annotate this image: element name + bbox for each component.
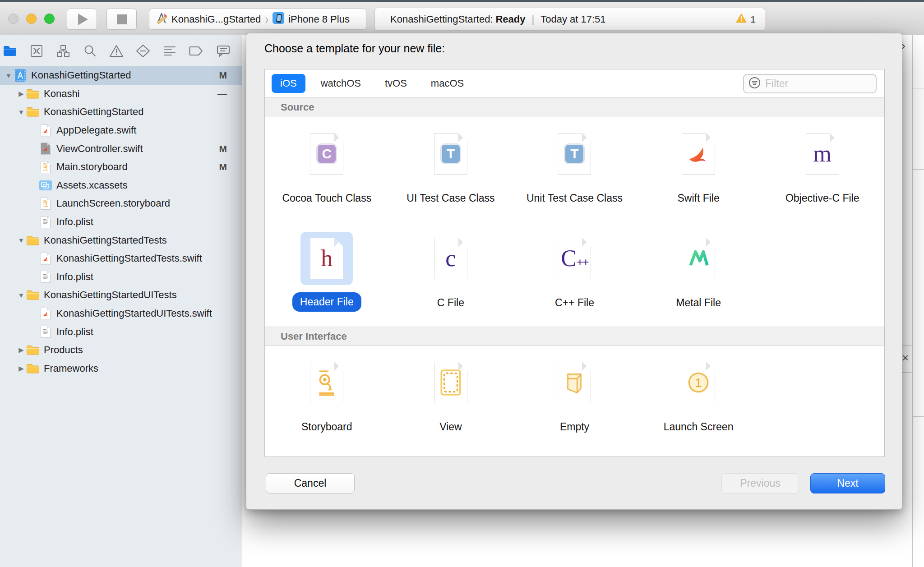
disclosure-triangle-icon[interactable]: ▶ bbox=[16, 346, 26, 354]
dialog-title: Choose a template for your new file: bbox=[264, 42, 445, 55]
tree-row-label: Konashi bbox=[44, 88, 80, 100]
template-item-cpp-file[interactable]: C++C++ File bbox=[513, 222, 637, 327]
tree-row[interactable]: ▼KonashiGettingStarted bbox=[0, 103, 242, 121]
tree-row[interactable]: KonashiGettingStartedTests.swift bbox=[0, 249, 242, 268]
divider-line bbox=[913, 88, 924, 88]
debug-navigator-icon[interactable] bbox=[162, 43, 177, 59]
template-item-c-file[interactable]: cC File bbox=[389, 222, 513, 327]
template-item-swift-file[interactable]: Swift File bbox=[637, 117, 761, 222]
template-item-objective-c-file[interactable]: mObjective-C File bbox=[760, 117, 884, 222]
template-item-cocoa-touch-class[interactable]: CCocoa Touch Class bbox=[265, 117, 389, 222]
tree-row-label: KonashiGettingStartedUITests.swift bbox=[56, 308, 212, 319]
new-file-template-dialog: Choose a template for your new file: iOS… bbox=[246, 33, 902, 510]
tree-row[interactable]: ▼KonashiGettingStartedTests bbox=[0, 231, 242, 249]
filter-icon bbox=[748, 77, 761, 91]
tree-row[interactable]: Info.plist bbox=[0, 213, 242, 231]
previous-button[interactable]: Previous bbox=[721, 473, 799, 493]
run-button[interactable] bbox=[67, 9, 97, 30]
template-item-launch-screen-template[interactable]: 1Launch Screen bbox=[637, 346, 761, 456]
zoom-window-button[interactable] bbox=[44, 14, 55, 24]
tab-watchos[interactable]: watchOS bbox=[312, 74, 370, 93]
report-navigator-icon[interactable] bbox=[216, 43, 231, 59]
tree-row[interactable]: ▶Products bbox=[0, 341, 242, 360]
disclosure-triangle-icon[interactable]: ▼ bbox=[16, 108, 26, 116]
tree-row-label: Main.storyboard bbox=[56, 161, 128, 173]
tree-row-label: KonashiGettingStarted bbox=[44, 106, 143, 118]
disclosure-triangle-icon[interactable]: ▼ bbox=[16, 291, 26, 299]
objective-c-file-icon: m bbox=[796, 127, 849, 180]
tree-row-label: KonashiGettingStartedTests bbox=[44, 235, 167, 246]
source-control-badge: M bbox=[219, 143, 227, 154]
tree-row[interactable]: LaunchScreen.storyboard bbox=[0, 194, 242, 213]
test-navigator-icon[interactable] bbox=[135, 43, 150, 59]
tree-row[interactable]: ▼KonashiGettingStartedM bbox=[0, 66, 242, 85]
source-control-navigator-icon[interactable] bbox=[29, 43, 44, 59]
template-item-label: Metal File bbox=[676, 295, 721, 311]
project-navigator-icon[interactable] bbox=[3, 43, 18, 59]
template-item-header-file[interactable]: hHeader File bbox=[265, 222, 389, 327]
divider-line bbox=[913, 416, 924, 417]
tree-row[interactable]: Assets.xcassets bbox=[0, 176, 242, 195]
warning-count[interactable]: 1 bbox=[750, 14, 756, 25]
tree-row[interactable]: KonashiGettingStartedUITests.swift bbox=[0, 304, 242, 323]
tree-row-label: Products bbox=[44, 344, 83, 356]
disclosure-triangle-icon[interactable]: ▶ bbox=[16, 364, 26, 373]
filter-field[interactable] bbox=[743, 74, 877, 93]
section-header: Source bbox=[265, 98, 884, 117]
activity-status-bar[interactable]: KonashiGettingStarted: Ready | Today at … bbox=[374, 8, 765, 31]
filter-input[interactable] bbox=[765, 78, 871, 90]
tree-row[interactable]: Main.storyboardM bbox=[0, 158, 242, 176]
next-button[interactable]: Next bbox=[810, 473, 885, 493]
template-item-ui-test-case-class[interactable]: TUI Test Case Class bbox=[389, 117, 513, 222]
folder-file-icon bbox=[26, 234, 40, 247]
stop-button[interactable] bbox=[106, 9, 137, 30]
tree-row[interactable]: Info.plist bbox=[0, 268, 242, 286]
disclosure-triangle-icon[interactable]: ▼ bbox=[4, 72, 14, 79]
tree-row-label: ViewController.swift bbox=[56, 143, 143, 155]
template-item-view-template[interactable]: View bbox=[389, 346, 513, 456]
cancel-button[interactable]: Cancel bbox=[266, 473, 355, 493]
template-item-label: Unit Test Case Class bbox=[527, 190, 623, 206]
scheme-device-label: iPhone 8 Plus bbox=[288, 14, 350, 25]
tab-macos[interactable]: macOS bbox=[422, 74, 472, 93]
tree-row[interactable]: ViewController.swiftM bbox=[0, 139, 242, 158]
disclosure-triangle-icon[interactable]: ▼ bbox=[16, 236, 26, 244]
launch-screen-template-icon: 1 bbox=[672, 356, 725, 409]
template-item-empty-template[interactable]: Empty bbox=[513, 346, 637, 456]
cocoa-touch-class-icon: C bbox=[300, 127, 353, 180]
template-item-metal-file[interactable]: Metal File bbox=[637, 222, 761, 327]
close-window-button[interactable] bbox=[8, 14, 18, 24]
tab-ios[interactable]: iOS bbox=[272, 74, 305, 93]
close-assistant-icon[interactable]: × bbox=[902, 351, 909, 365]
divider-line bbox=[902, 372, 912, 373]
header-file-icon: h bbox=[300, 232, 353, 285]
template-item-label: C File bbox=[437, 295, 464, 311]
tree-row[interactable]: AppDelegate.swift bbox=[0, 121, 242, 140]
breakpoint-navigator-icon[interactable] bbox=[189, 43, 204, 59]
folder-file-icon bbox=[26, 88, 40, 100]
toolbar: KonashiG...gStarted › iPhone 8 Plus Kona… bbox=[0, 2, 924, 35]
minimize-window-button[interactable] bbox=[26, 14, 37, 24]
warning-icon[interactable] bbox=[736, 13, 747, 25]
folder-file-icon bbox=[26, 289, 40, 301]
tree-row-label: Assets.xcassets bbox=[56, 180, 128, 191]
disclosure-triangle-icon[interactable]: ▶ bbox=[16, 90, 26, 98]
template-item-label: C++ File bbox=[555, 295, 594, 311]
template-item-storyboard-template[interactable]: Storyboard bbox=[265, 346, 389, 456]
scheme-selector[interactable]: KonashiG...gStarted › iPhone 8 Plus bbox=[149, 9, 366, 30]
tree-row-label: KonashiGettingStartedUITests bbox=[44, 289, 177, 301]
tree-row[interactable]: ▼KonashiGettingStartedUITests bbox=[0, 286, 242, 304]
issue-navigator-icon[interactable] bbox=[109, 43, 124, 59]
xcode-project-icon bbox=[156, 12, 167, 27]
tab-tvos[interactable]: tvOS bbox=[376, 74, 416, 93]
storyboard-file-icon bbox=[39, 197, 52, 210]
find-navigator-icon[interactable] bbox=[83, 43, 97, 59]
navigator-icon-bar bbox=[0, 35, 242, 66]
tree-row[interactable]: ▶Frameworks bbox=[0, 360, 242, 378]
symbol-navigator-icon[interactable] bbox=[56, 43, 71, 59]
swift-file-icon bbox=[39, 124, 52, 137]
tree-row[interactable]: ▶Konashi— bbox=[0, 85, 242, 103]
tree-row[interactable]: Info.plist bbox=[0, 323, 242, 341]
template-item-unit-test-case-class[interactable]: TUnit Test Case Class bbox=[513, 117, 637, 222]
assets-file-icon bbox=[39, 179, 52, 192]
